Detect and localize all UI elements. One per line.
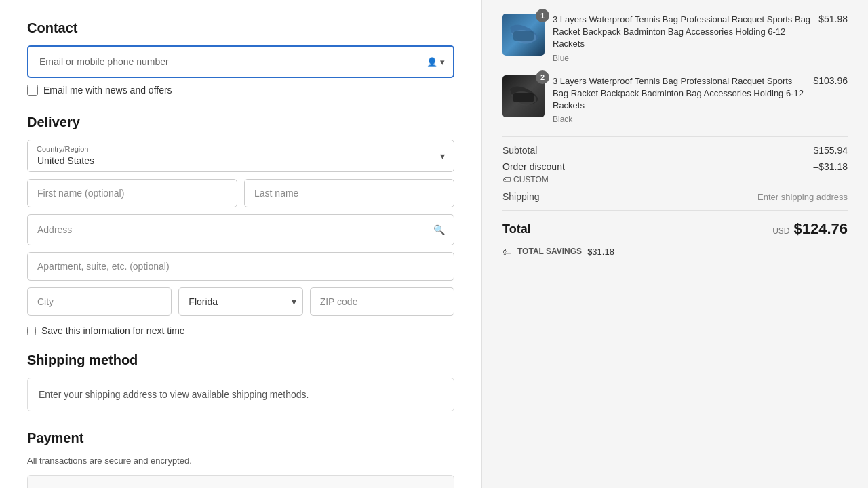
newsletter-label[interactable]: Email me with news and offers bbox=[43, 85, 172, 96]
item-1-variant: Blue bbox=[553, 54, 810, 63]
save-info-row: Save this information for next time bbox=[27, 325, 454, 336]
newsletter-row: Email me with news and offers bbox=[27, 85, 454, 96]
city-input[interactable] bbox=[27, 287, 172, 316]
zip-input[interactable] bbox=[310, 287, 454, 316]
item-1-image-wrapper: 1 bbox=[502, 14, 545, 56]
last-name-input[interactable] bbox=[244, 179, 454, 207]
payment-section: Payment All transactions are secure and … bbox=[27, 430, 454, 488]
payment-title: Payment bbox=[27, 430, 454, 446]
discount-code: CUSTOM bbox=[513, 175, 549, 184]
order-item-1: 1 3 Layers Waterproof Tennis Bag Profess… bbox=[502, 14, 848, 63]
country-select[interactable]: United States bbox=[27, 140, 454, 172]
savings-amount: $31.18 bbox=[587, 247, 614, 257]
total-row: Total USD $124.76 bbox=[502, 220, 848, 238]
discount-amount: –$31.18 bbox=[813, 161, 848, 172]
item-2-price: $103.96 bbox=[813, 75, 848, 125]
name-row bbox=[27, 179, 454, 207]
person-icon: 👤 bbox=[427, 57, 437, 67]
item-2-variant: Black bbox=[553, 115, 805, 124]
total-amount: $124.76 bbox=[793, 220, 848, 238]
address-wrapper: 🔍 bbox=[27, 214, 454, 245]
subtotal-value: $155.94 bbox=[813, 145, 848, 156]
discount-code-row: 🏷 CUSTOM bbox=[502, 175, 848, 184]
discount-row: Order discount –$31.18 bbox=[502, 161, 848, 172]
save-info-label[interactable]: Save this information for next time bbox=[41, 325, 185, 336]
shipping-value: Enter shipping address bbox=[757, 192, 848, 202]
country-select-wrapper: Country/Region United States ▾ bbox=[27, 140, 454, 172]
subtotal-row: Subtotal $155.94 bbox=[502, 145, 848, 156]
item-1-details: 3 Layers Waterproof Tennis Bag Professio… bbox=[553, 14, 810, 63]
state-select-wrapper: Florida Alabama Alaska Arizona Californi… bbox=[178, 287, 302, 316]
item-2-name: 3 Layers Waterproof Tennis Bag Professio… bbox=[553, 75, 805, 113]
newsletter-checkbox[interactable] bbox=[27, 85, 38, 96]
summary-divider-1 bbox=[502, 136, 848, 137]
discount-badge: 🏷 CUSTOM bbox=[502, 175, 549, 184]
item-1-name: 3 Layers Waterproof Tennis Bag Professio… bbox=[553, 14, 810, 51]
email-options-icon[interactable]: 👤 ▾ bbox=[418, 57, 453, 67]
save-info-checkbox[interactable] bbox=[27, 327, 36, 336]
contact-title: Contact bbox=[27, 20, 454, 36]
shipping-notice-text: Enter your shipping address to view avai… bbox=[39, 389, 309, 400]
savings-label: TOTAL SAVINGS bbox=[517, 247, 582, 256]
svg-rect-1 bbox=[513, 31, 534, 41]
chevron-down-icon: ▾ bbox=[440, 57, 445, 67]
apt-wrapper bbox=[27, 252, 454, 281]
tag-icon: 🏷 bbox=[502, 175, 511, 184]
shipping-title: Shipping method bbox=[27, 352, 454, 368]
savings-tag-icon: 🏷 bbox=[502, 246, 512, 257]
summary-divider-2 bbox=[502, 210, 848, 211]
subtotal-label: Subtotal bbox=[502, 145, 537, 156]
order-discount-label: Order discount bbox=[502, 161, 565, 172]
item-2-quantity-badge: 2 bbox=[536, 70, 549, 84]
discount-label-group: Order discount bbox=[502, 161, 565, 172]
email-input[interactable] bbox=[28, 47, 418, 77]
first-name-input[interactable] bbox=[27, 179, 237, 207]
payment-box: 💳 ! This store can't accept payments rig… bbox=[27, 475, 454, 488]
address-input[interactable] bbox=[27, 214, 454, 245]
svg-rect-3 bbox=[513, 93, 534, 102]
delivery-section: Delivery Country/Region United States ▾ … bbox=[27, 115, 454, 336]
total-value-wrapper: USD $124.76 bbox=[772, 220, 848, 238]
city-state-zip-row: Florida Alabama Alaska Arizona Californi… bbox=[27, 287, 454, 316]
total-label: Total bbox=[502, 222, 531, 237]
item-2-details: 3 Layers Waterproof Tennis Bag Professio… bbox=[553, 75, 805, 125]
order-item-2: 2 3 Layers Waterproof Tennis Bag Profess… bbox=[502, 75, 848, 125]
savings-row: 🏷 TOTAL SAVINGS $31.18 bbox=[502, 246, 848, 257]
item-2-image-wrapper: 2 bbox=[502, 75, 545, 117]
total-currency: USD bbox=[772, 226, 789, 236]
state-select[interactable]: Florida Alabama Alaska Arizona Californi… bbox=[178, 287, 302, 316]
shipping-row: Shipping Enter shipping address bbox=[502, 191, 848, 202]
apt-input[interactable] bbox=[27, 252, 454, 281]
item-1-price: $51.98 bbox=[818, 14, 848, 63]
email-input-wrapper: 👤 ▾ bbox=[27, 45, 454, 78]
shipping-notice: Enter your shipping address to view avai… bbox=[27, 378, 454, 411]
item-1-quantity-badge: 1 bbox=[536, 9, 549, 22]
delivery-title: Delivery bbox=[27, 115, 454, 130]
shipping-label: Shipping bbox=[502, 191, 540, 202]
shipping-section: Shipping method Enter your shipping addr… bbox=[27, 352, 454, 411]
payment-subtitle: All transactions are secure and encrypte… bbox=[27, 455, 454, 466]
order-summary: 1 3 Layers Waterproof Tennis Bag Profess… bbox=[481, 0, 868, 488]
checkout-form: Contact 👤 ▾ Email me with news and offer… bbox=[0, 0, 481, 488]
contact-section: Contact 👤 ▾ Email me with news and offer… bbox=[27, 20, 454, 96]
